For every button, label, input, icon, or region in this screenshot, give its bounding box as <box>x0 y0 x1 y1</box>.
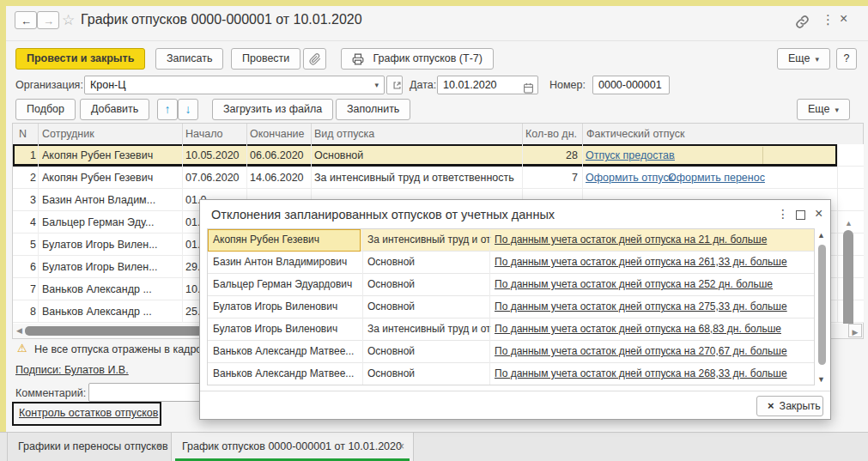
modal-scrollbar-thumb[interactable] <box>818 245 826 365</box>
deviations-list: Акопян Рубен Гезевич За интенсивный труд… <box>207 228 815 385</box>
org-dropdown-icon[interactable]: ▾ <box>374 76 379 94</box>
deviation-row[interactable]: Ваньков Александр Матвее... Основной По … <box>208 341 814 363</box>
modal-close-icon[interactable]: × <box>815 206 822 221</box>
forward-button[interactable]: → <box>37 11 59 29</box>
move-up-button[interactable]: ↑ <box>157 99 178 120</box>
employee-cell: Булатов Игорь Виленович <box>213 296 359 318</box>
control-link-focus-box: Контроль остатков отпусков <box>12 402 161 426</box>
col-end[interactable]: Окончание <box>250 124 305 144</box>
help-button[interactable]: ? <box>836 48 857 70</box>
tab-vacation-schedule-document[interactable]: График отпусков 0000-000001 от 10.01.202… <box>172 433 414 461</box>
add-button[interactable]: Добавить <box>80 99 149 120</box>
window-close-icon[interactable]: × <box>840 11 847 27</box>
employee-cell: Ваньков Александр Матвее... <box>213 341 359 363</box>
arrow-up-icon: ↑ <box>165 102 171 116</box>
make-vacation-link[interactable]: Оформить отпуск <box>586 167 675 189</box>
get-link-icon[interactable] <box>795 13 810 29</box>
deviation-info-link[interactable]: По данным учета остаток дней отпуска на … <box>495 274 810 296</box>
deviation-info-link[interactable]: По данным учета остаток дней отпуска на … <box>495 341 810 363</box>
row-number: 5 <box>13 234 36 256</box>
row-number: 4 <box>13 211 36 234</box>
employee-cell: Булатов Игорь Вилен... <box>42 234 179 256</box>
load-from-file-button[interactable]: Загрузить из файла <box>212 99 333 120</box>
write-button[interactable]: Записать <box>155 48 223 70</box>
favorite-star-icon[interactable]: ☆ <box>62 11 75 29</box>
print-t7-button[interactable]: График отпусков (Т-7) <box>341 48 494 70</box>
row-number: 1 <box>13 144 36 167</box>
date-input[interactable]: 10.01.2020 <box>437 76 538 94</box>
back-icon: ← <box>21 15 32 27</box>
deviation-row[interactable]: Булатов Игорь Виленович За интенсивный т… <box>208 318 814 341</box>
row-number: 2 <box>13 167 36 189</box>
scroll-left-icon[interactable]: ◀ <box>16 327 22 335</box>
make-transfer-link[interactable]: Оформить перенос <box>668 167 775 189</box>
scroll-up-icon[interactable]: ▲ <box>845 220 853 227</box>
fill-button[interactable]: Заполнить <box>336 99 410 120</box>
open-windows-bar: Графики и переносы отпусков × График отп… <box>0 432 868 461</box>
vertical-scrollbar-thumb[interactable] <box>843 230 853 331</box>
type-cell: Основной <box>367 296 491 318</box>
org-combo[interactable]: Крон-Ц ▾ <box>84 76 385 94</box>
employee-cell: Ваньков Александр ... <box>42 278 179 300</box>
col-fact[interactable]: Фактический отпуск <box>586 124 684 144</box>
col-employee[interactable]: Сотрудник <box>42 124 94 144</box>
table-row[interactable]: 1 Акопян Рубен Гезевич 10.05.2020 06.06.… <box>13 144 837 167</box>
col-n[interactable]: N <box>19 124 27 144</box>
col-start[interactable]: Начало <box>185 124 223 144</box>
vacation-balance-control-link[interactable]: Контроль остатков отпусков <box>19 407 158 419</box>
more-label: Еще <box>788 52 810 64</box>
scroll-right-icon: ▶ <box>853 328 859 337</box>
deviation-row[interactable]: Бальцер Герман Эдуардович Основной По да… <box>208 274 814 296</box>
attachments-button[interactable] <box>303 48 326 70</box>
close-x-icon: × <box>768 399 774 412</box>
forward-icon: → <box>43 15 54 27</box>
modal-scroll-down-icon[interactable]: ▼ <box>817 376 825 384</box>
deviation-row[interactable]: Ваньков Александр Матвее... Основной По … <box>208 363 814 385</box>
tab-close-icon[interactable]: × <box>398 440 404 452</box>
start-cell: 10.05.2020 <box>185 144 247 167</box>
deviation-info-link[interactable]: По данным учета остаток дней отпуска на … <box>495 363 810 385</box>
more-button-table[interactable]: Еще▾ <box>797 99 850 120</box>
window-border-top <box>0 0 868 6</box>
modal-maximize-icon[interactable] <box>796 210 805 220</box>
days-cell: 7 <box>481 167 578 189</box>
scroll-right-button[interactable]: ▶ <box>848 324 862 337</box>
tab-label: График отпусков 0000-000001 от 10.01.202… <box>182 440 402 452</box>
deviation-info-link[interactable]: По данным учета остаток дней отпуска на … <box>495 229 810 252</box>
back-button[interactable]: ← <box>15 11 37 29</box>
modal-footer-separator <box>200 391 830 391</box>
header-separator <box>6 40 868 41</box>
tab-close-icon[interactable]: × <box>156 440 162 452</box>
tab-label: Графики и переносы отпусков <box>18 440 168 452</box>
deviation-info-link[interactable]: По данным учета остаток дней отпуска на … <box>495 296 810 318</box>
col-days[interactable]: Кол-во дн. <box>525 124 577 144</box>
modal-scroll-up-icon[interactable]: ▲ <box>817 232 825 240</box>
warning-icon: ⚠ <box>17 342 27 355</box>
deviation-row[interactable]: Булатов Игорь Виленович Основной По данн… <box>208 296 814 318</box>
close-label: Закрыть <box>780 400 821 412</box>
window-menu-icon[interactable]: ⋮ <box>822 12 835 27</box>
deviation-row[interactable]: Базин Антон Владимирович Основной По дан… <box>208 252 814 274</box>
more-button-top[interactable]: Еще▾ <box>777 48 830 70</box>
post-and-close-button[interactable]: Провести и закрыть <box>15 48 145 70</box>
move-down-button[interactable]: ↓ <box>178 99 198 120</box>
cell-divider <box>762 147 763 164</box>
number-input[interactable]: 0000-000001 <box>592 76 670 94</box>
deviation-row[interactable]: Акопян Рубен Гезевич За интенсивный труд… <box>208 229 814 252</box>
type-cell: Основной <box>367 363 491 385</box>
fact-vacation-link[interactable]: Отпуск предоставле... <box>586 144 675 167</box>
modal-close-button[interactable]: ×Закрыть <box>756 396 823 416</box>
deviation-info-link[interactable]: По данным учета остаток дней отпуска на … <box>495 318 810 341</box>
deviation-info-link[interactable]: По данным учета остаток дней отпуска на … <box>495 252 810 274</box>
tab-vacation-schedules-list[interactable]: Графики и переносы отпусков × <box>7 433 172 461</box>
org-open-button[interactable] <box>386 76 403 94</box>
pick-button[interactable]: Подбор <box>15 99 76 120</box>
post-button[interactable]: Провести <box>231 48 300 70</box>
modal-menu-icon[interactable]: ⋮ <box>777 207 789 221</box>
signatures-link[interactable]: Подписи: Булатов И.В. <box>15 364 129 376</box>
row-number: 3 <box>13 189 36 211</box>
col-type[interactable]: Вид отпуска <box>314 124 374 144</box>
date-label: Дата: <box>410 76 436 94</box>
calendar-icon[interactable] <box>523 79 534 94</box>
table-row[interactable]: 2 Акопян Рубен Гезевич 07.06.2020 14.06.… <box>13 167 837 189</box>
